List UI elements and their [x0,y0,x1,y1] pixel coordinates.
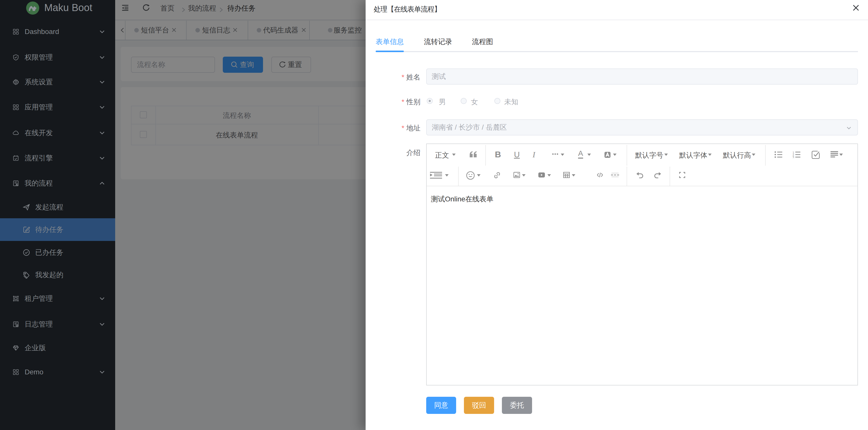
svg-text:3: 3 [793,156,794,158]
